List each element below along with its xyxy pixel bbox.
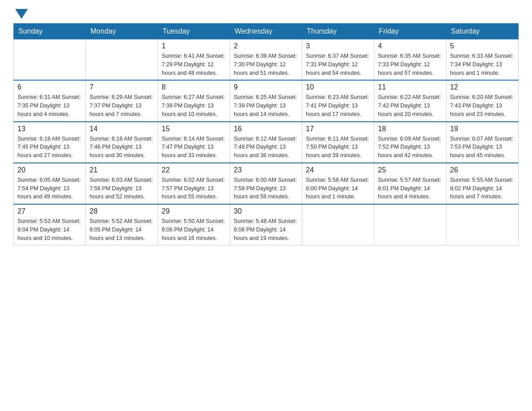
day-info: Sunrise: 6:14 AM Sunset: 7:47 PM Dayligh… bbox=[162, 135, 226, 160]
day-info: Sunrise: 6:09 AM Sunset: 7:52 PM Dayligh… bbox=[378, 135, 442, 160]
column-header-wednesday: Wednesday bbox=[230, 24, 302, 39]
day-number: 14 bbox=[90, 125, 154, 133]
day-number: 21 bbox=[90, 166, 154, 174]
day-number: 22 bbox=[162, 166, 226, 174]
calendar-cell bbox=[302, 204, 374, 245]
day-info: Sunrise: 6:02 AM Sunset: 7:57 PM Dayligh… bbox=[162, 176, 226, 201]
day-number: 25 bbox=[378, 166, 442, 174]
calendar-cell: 10Sunrise: 6:23 AM Sunset: 7:41 PM Dayli… bbox=[302, 80, 374, 121]
calendar-cell: 8Sunrise: 6:27 AM Sunset: 7:38 PM Daylig… bbox=[158, 80, 230, 121]
calendar-cell: 2Sunrise: 6:39 AM Sunset: 7:30 PM Daylig… bbox=[230, 39, 302, 81]
column-header-thursday: Thursday bbox=[302, 24, 374, 39]
day-info: Sunrise: 6:20 AM Sunset: 7:43 PM Dayligh… bbox=[450, 93, 515, 118]
day-info: Sunrise: 6:23 AM Sunset: 7:41 PM Dayligh… bbox=[306, 93, 370, 118]
day-info: Sunrise: 6:22 AM Sunset: 7:42 PM Dayligh… bbox=[378, 93, 442, 118]
calendar-cell: 7Sunrise: 6:29 AM Sunset: 7:37 PM Daylig… bbox=[86, 80, 158, 121]
day-info: Sunrise: 5:50 AM Sunset: 8:06 PM Dayligh… bbox=[162, 217, 226, 242]
day-info: Sunrise: 6:03 AM Sunset: 7:56 PM Dayligh… bbox=[90, 176, 154, 201]
calendar-week-row: 20Sunrise: 6:05 AM Sunset: 7:54 PM Dayli… bbox=[14, 163, 519, 204]
day-number: 24 bbox=[306, 166, 370, 174]
calendar-week-row: 6Sunrise: 6:31 AM Sunset: 7:35 PM Daylig… bbox=[14, 80, 519, 121]
calendar-cell: 12Sunrise: 6:20 AM Sunset: 7:43 PM Dayli… bbox=[446, 80, 519, 121]
calendar-cell: 5Sunrise: 6:33 AM Sunset: 7:34 PM Daylig… bbox=[446, 39, 519, 81]
day-number: 10 bbox=[306, 83, 370, 91]
calendar-cell bbox=[446, 204, 519, 245]
day-number: 9 bbox=[234, 83, 298, 91]
calendar-cell: 23Sunrise: 6:00 AM Sunset: 7:58 PM Dayli… bbox=[230, 163, 302, 204]
column-header-friday: Friday bbox=[374, 24, 446, 39]
day-info: Sunrise: 6:12 AM Sunset: 7:49 PM Dayligh… bbox=[234, 135, 298, 160]
day-info: Sunrise: 6:18 AM Sunset: 7:45 PM Dayligh… bbox=[17, 135, 82, 160]
day-number: 6 bbox=[17, 83, 82, 91]
day-number: 4 bbox=[378, 42, 442, 50]
calendar-cell: 1Sunrise: 6:41 AM Sunset: 7:29 PM Daylig… bbox=[158, 39, 230, 81]
day-number: 23 bbox=[234, 166, 298, 174]
calendar-cell: 9Sunrise: 6:25 AM Sunset: 7:39 PM Daylig… bbox=[230, 80, 302, 121]
calendar-cell: 20Sunrise: 6:05 AM Sunset: 7:54 PM Dayli… bbox=[14, 163, 86, 204]
calendar-cell: 19Sunrise: 6:07 AM Sunset: 7:53 PM Dayli… bbox=[446, 122, 519, 163]
day-info: Sunrise: 6:05 AM Sunset: 7:54 PM Dayligh… bbox=[17, 176, 82, 201]
day-info: Sunrise: 6:37 AM Sunset: 7:31 PM Dayligh… bbox=[306, 52, 370, 77]
column-header-saturday: Saturday bbox=[446, 24, 519, 39]
day-number: 28 bbox=[90, 207, 154, 215]
calendar-cell: 18Sunrise: 6:09 AM Sunset: 7:52 PM Dayli… bbox=[374, 122, 446, 163]
calendar-cell: 16Sunrise: 6:12 AM Sunset: 7:49 PM Dayli… bbox=[230, 122, 302, 163]
calendar-week-row: 13Sunrise: 6:18 AM Sunset: 7:45 PM Dayli… bbox=[14, 122, 519, 163]
day-number: 16 bbox=[234, 125, 298, 133]
day-number: 26 bbox=[450, 166, 515, 174]
calendar-cell: 11Sunrise: 6:22 AM Sunset: 7:42 PM Dayli… bbox=[374, 80, 446, 121]
day-info: Sunrise: 5:53 AM Sunset: 8:04 PM Dayligh… bbox=[17, 217, 82, 242]
day-info: Sunrise: 6:16 AM Sunset: 7:46 PM Dayligh… bbox=[90, 135, 154, 160]
calendar-cell: 27Sunrise: 5:53 AM Sunset: 8:04 PM Dayli… bbox=[14, 204, 86, 245]
day-info: Sunrise: 6:35 AM Sunset: 7:33 PM Dayligh… bbox=[378, 52, 442, 77]
day-number: 5 bbox=[450, 42, 515, 50]
day-number: 1 bbox=[162, 42, 226, 50]
calendar-cell: 21Sunrise: 6:03 AM Sunset: 7:56 PM Dayli… bbox=[86, 163, 158, 204]
day-info: Sunrise: 5:48 AM Sunset: 8:08 PM Dayligh… bbox=[234, 217, 298, 242]
day-number: 2 bbox=[234, 42, 298, 50]
day-info: Sunrise: 6:27 AM Sunset: 7:38 PM Dayligh… bbox=[162, 93, 226, 118]
column-header-tuesday: Tuesday bbox=[158, 24, 230, 39]
calendar-cell: 14Sunrise: 6:16 AM Sunset: 7:46 PM Dayli… bbox=[86, 122, 158, 163]
day-info: Sunrise: 5:55 AM Sunset: 8:02 PM Dayligh… bbox=[450, 176, 515, 201]
column-header-sunday: Sunday bbox=[14, 24, 86, 39]
logo bbox=[13, 9, 30, 19]
day-number: 11 bbox=[378, 83, 442, 91]
day-number: 13 bbox=[17, 125, 82, 133]
calendar-cell: 3Sunrise: 6:37 AM Sunset: 7:31 PM Daylig… bbox=[302, 39, 374, 81]
day-number: 20 bbox=[17, 166, 82, 174]
calendar-cell: 6Sunrise: 6:31 AM Sunset: 7:35 PM Daylig… bbox=[14, 80, 86, 121]
day-info: Sunrise: 5:57 AM Sunset: 8:01 PM Dayligh… bbox=[378, 176, 442, 201]
day-number: 29 bbox=[162, 207, 226, 215]
calendar-cell bbox=[86, 39, 158, 81]
day-info: Sunrise: 6:41 AM Sunset: 7:29 PM Dayligh… bbox=[162, 52, 226, 77]
day-number: 27 bbox=[17, 207, 82, 215]
calendar-cell: 28Sunrise: 5:52 AM Sunset: 8:05 PM Dayli… bbox=[86, 204, 158, 245]
calendar-header-row: SundayMondayTuesdayWednesdayThursdayFrid… bbox=[14, 24, 519, 39]
day-number: 8 bbox=[162, 83, 226, 91]
calendar-cell: 30Sunrise: 5:48 AM Sunset: 8:08 PM Dayli… bbox=[230, 204, 302, 245]
page-header bbox=[13, 9, 519, 19]
day-info: Sunrise: 5:52 AM Sunset: 8:05 PM Dayligh… bbox=[90, 217, 154, 242]
day-info: Sunrise: 5:58 AM Sunset: 8:00 PM Dayligh… bbox=[306, 176, 370, 201]
day-number: 7 bbox=[90, 83, 154, 91]
calendar-cell: 4Sunrise: 6:35 AM Sunset: 7:33 PM Daylig… bbox=[374, 39, 446, 81]
svg-marker-0 bbox=[15, 9, 28, 19]
logo-triangle-icon bbox=[15, 9, 28, 19]
day-number: 19 bbox=[450, 125, 515, 133]
day-info: Sunrise: 6:39 AM Sunset: 7:30 PM Dayligh… bbox=[234, 52, 298, 77]
calendar-cell: 25Sunrise: 5:57 AM Sunset: 8:01 PM Dayli… bbox=[374, 163, 446, 204]
column-header-monday: Monday bbox=[86, 24, 158, 39]
day-number: 17 bbox=[306, 125, 370, 133]
calendar-cell bbox=[374, 204, 446, 245]
calendar-week-row: 1Sunrise: 6:41 AM Sunset: 7:29 PM Daylig… bbox=[14, 39, 519, 81]
day-info: Sunrise: 6:31 AM Sunset: 7:35 PM Dayligh… bbox=[17, 93, 82, 118]
calendar-cell: 15Sunrise: 6:14 AM Sunset: 7:47 PM Dayli… bbox=[158, 122, 230, 163]
calendar-cell: 13Sunrise: 6:18 AM Sunset: 7:45 PM Dayli… bbox=[14, 122, 86, 163]
calendar-cell: 17Sunrise: 6:11 AM Sunset: 7:50 PM Dayli… bbox=[302, 122, 374, 163]
day-number: 3 bbox=[306, 42, 370, 50]
calendar-cell bbox=[14, 39, 86, 81]
day-info: Sunrise: 6:25 AM Sunset: 7:39 PM Dayligh… bbox=[234, 93, 298, 118]
calendar-week-row: 27Sunrise: 5:53 AM Sunset: 8:04 PM Dayli… bbox=[14, 204, 519, 245]
day-info: Sunrise: 6:00 AM Sunset: 7:58 PM Dayligh… bbox=[234, 176, 298, 201]
